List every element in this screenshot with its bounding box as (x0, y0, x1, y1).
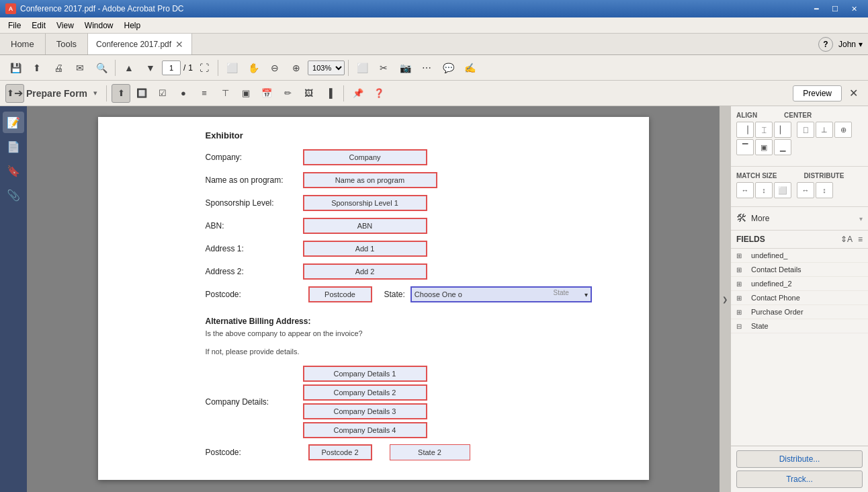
sidebar-icon-bookmark[interactable]: 🔖 (3, 160, 24, 181)
page-number-input[interactable] (162, 60, 181, 75)
barcode-tool[interactable]: ▐ (320, 84, 339, 103)
zoom-fit-button[interactable]: ⛶ (194, 58, 214, 78)
center-horiz[interactable]: ⎕ (797, 122, 814, 138)
addr1-field[interactable]: Add 1 (303, 241, 427, 257)
list-tool[interactable]: ≡ (195, 84, 214, 103)
dropdown-tool[interactable]: ⊤ (216, 84, 234, 103)
prepare-form-label[interactable]: Prepare Form (26, 88, 87, 99)
button-tool[interactable]: ▣ (236, 84, 255, 103)
search-button[interactable]: 🔍 (91, 58, 112, 78)
field-item-purchase-order[interactable]: ⊞ Purchase Order (731, 305, 868, 319)
billing-state-field[interactable]: State 2 (390, 444, 470, 460)
more-row[interactable]: 🛠 More ▾ (731, 207, 868, 231)
sort-options-button[interactable]: ≡ (858, 235, 863, 244)
align-center-mid[interactable]: ▣ (755, 139, 773, 155)
menu-edit[interactable]: Edit (26, 19, 51, 32)
upload-button[interactable]: ⬆ (27, 58, 47, 78)
tab-home[interactable]: Home (0, 34, 46, 54)
pin-tool[interactable]: 📌 (349, 84, 367, 103)
prev-page-button[interactable]: ▲ (119, 58, 139, 78)
zoom-in-button[interactable]: ⊕ (286, 58, 306, 78)
minimize-button[interactable]: ━ (808, 2, 825, 15)
addr2-row: Address 2: Add 2 (206, 263, 609, 280)
arrow-tool[interactable]: ⬆︎ ➔ (5, 84, 24, 103)
match-height[interactable]: ↕ (755, 182, 773, 198)
abn-field[interactable]: ABN (303, 218, 427, 234)
sidebar-icon-prepare[interactable]: 📝 (3, 112, 24, 133)
menu-window[interactable]: Window (79, 19, 119, 32)
tab-close-icon[interactable]: ✕ (175, 39, 183, 50)
zoom-select[interactable]: 103% (308, 60, 345, 75)
more-tools[interactable]: ⋯ (417, 58, 437, 78)
company-field[interactable]: Company (303, 149, 427, 165)
align-right-top[interactable]: ▏ (774, 122, 791, 138)
user-button[interactable]: John ▾ (838, 40, 863, 49)
name-field[interactable]: Name as on program (303, 172, 437, 188)
checkbox-tool[interactable]: ☑ (153, 84, 172, 103)
cursor-tool[interactable]: ⬆ (112, 84, 130, 103)
field-item-contact-details[interactable]: ⊞ Contact Details (731, 263, 868, 277)
postcode-field[interactable]: Postcode (308, 286, 372, 302)
menu-file[interactable]: File (3, 19, 26, 32)
help-button[interactable]: ? (818, 37, 833, 52)
company-details-2[interactable]: Company Details 2 (303, 384, 427, 401)
tab-file[interactable]: Conference 2017.pdf ✕ (88, 34, 192, 54)
comment-tool[interactable]: 💬 (438, 58, 458, 78)
email-button[interactable]: ✉ (70, 58, 90, 78)
align-left-mid[interactable]: ▔ (736, 139, 754, 155)
select-tool[interactable]: ⬜ (222, 58, 242, 78)
tab-tools[interactable]: Tools (46, 34, 88, 54)
date-tool[interactable]: 📅 (257, 84, 276, 103)
signature-tool[interactable]: ✏ (278, 84, 297, 103)
snapshot-tool[interactable]: 📷 (395, 58, 415, 78)
company-details-3[interactable]: Company Details 3 (303, 403, 427, 419)
dist-horiz[interactable]: ↔ (797, 182, 814, 198)
close-panel-button[interactable]: ✕ (844, 84, 863, 103)
menu-help[interactable]: Help (119, 19, 146, 32)
match-both[interactable]: ⬜ (774, 182, 791, 198)
sidebar-icon-attach[interactable]: 📎 (3, 184, 24, 206)
pdf-viewer[interactable]: Exhibitor Company: Company Name as on pr… (27, 106, 730, 492)
billing-postcode-field[interactable]: Postcode 2 (308, 444, 372, 460)
center-both[interactable]: ⊕ (834, 122, 852, 138)
center-vert[interactable]: ⊥ (816, 122, 833, 138)
text-field-tool[interactable]: 🔲 (132, 84, 151, 103)
sidebar-icon-page[interactable]: 📄 (3, 136, 24, 157)
print-button[interactable]: 🖨 (48, 58, 69, 78)
field-item-state[interactable]: ⊟ State (731, 319, 868, 333)
close-button[interactable]: ✕ (845, 2, 863, 15)
field-item-undefined1[interactable]: ⊞ undefined_ (731, 249, 868, 263)
distribute-button[interactable]: Distribute... (736, 450, 863, 468)
state-dropdown[interactable]: Choose One o State ▾ (410, 286, 592, 302)
preview-button[interactable]: Preview (793, 85, 842, 101)
sponsorship-field[interactable]: Sponsorship Level 1 (303, 195, 427, 211)
scroll-arrow[interactable]: ❯ (720, 106, 730, 492)
pf-sep-0 (106, 85, 107, 101)
field-item-undefined2[interactable]: ⊞ undefined_2 (731, 277, 868, 291)
draw-tool[interactable]: ✍ (460, 58, 480, 78)
prepare-form-dropdown[interactable]: ▾ (93, 89, 97, 97)
align-left-top[interactable]: ▕ (736, 122, 754, 138)
track-button[interactable]: Track... (736, 470, 863, 488)
maximize-button[interactable]: ☐ (826, 2, 844, 15)
sort-az-button[interactable]: ⇕A (840, 235, 853, 244)
next-page-button[interactable]: ▼ (140, 58, 161, 78)
dist-vert[interactable]: ↕ (816, 182, 833, 198)
company-details-4[interactable]: Company Details 4 (303, 422, 427, 438)
align-right-mid[interactable]: ▁ (774, 139, 791, 155)
window-controls[interactable]: ━ ☐ ✕ (808, 2, 863, 15)
zoom-out-button[interactable]: ⊖ (265, 58, 285, 78)
marquee-tool[interactable]: ⬜ (352, 58, 372, 78)
save-button[interactable]: 💾 (5, 58, 26, 78)
image-tool[interactable]: 🖼 (299, 84, 318, 103)
addr2-field[interactable]: Add 2 (303, 263, 427, 280)
help-tool[interactable]: ❓ (370, 84, 388, 103)
radio-tool[interactable]: ● (174, 84, 193, 103)
company-details-1[interactable]: Company Details 1 (303, 366, 427, 382)
hand-tool[interactable]: ✋ (243, 58, 263, 78)
crop-tool[interactable]: ✂ (374, 58, 394, 78)
field-item-contact-phone[interactable]: ⊞ Contact Phone (731, 291, 868, 305)
menu-view[interactable]: View (51, 19, 79, 32)
align-center-top[interactable]: ⌶ (755, 122, 773, 138)
match-width[interactable]: ↔ (736, 182, 754, 198)
